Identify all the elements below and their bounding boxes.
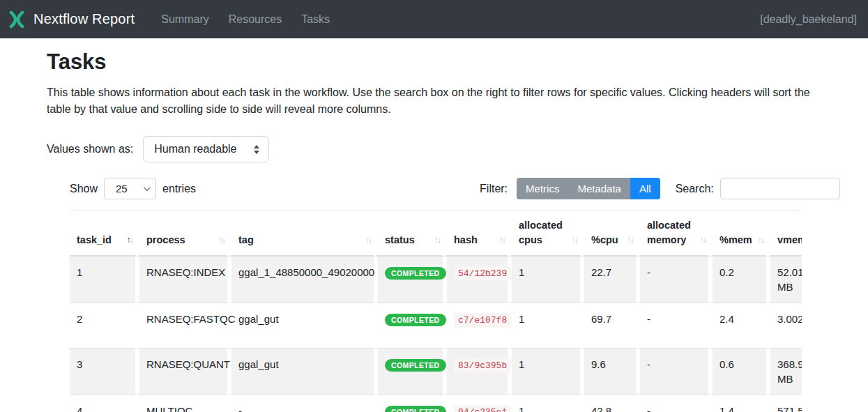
cell-allocated_memory: - [636, 349, 708, 395]
cell-value: RNASEQ:QUANT [146, 358, 230, 370]
cell-process: MULTIQC [135, 395, 227, 412]
chevron-down-icon [144, 184, 151, 191]
cell-task_id: 3 [70, 349, 135, 395]
nav-link-summary[interactable]: Summary [153, 8, 217, 31]
status-badge: COMPLETED [385, 359, 446, 372]
nav-link-tasks[interactable]: Tasks [293, 8, 338, 31]
cell-value: ggal_1_48850000_49020000 [238, 266, 374, 278]
values-shown-row: Values shown as: Human readable [47, 136, 821, 162]
cell-value: 1 [519, 405, 524, 412]
cell-value: 1 [519, 358, 524, 370]
values-shown-selected: Human readable [154, 143, 236, 155]
column-header-tag[interactable]: tag↑↓ [227, 211, 374, 257]
column-header-allocated_memory[interactable]: allocated memory↑↓ [636, 211, 708, 257]
main-content: Tasks This table shows information about… [0, 38, 868, 412]
column-header-pcpu[interactable]: %cpu↑↓ [580, 211, 636, 257]
table-row: 1RNASEQ:INDEXggal_1_48850000_49020000COM… [70, 257, 802, 303]
page-length-control: Show 25 entries [70, 178, 196, 199]
cell-hash: 83/9c395b [443, 349, 508, 395]
tasks-table-section: Show 25 entries Filter: Metrics Metadata… [47, 178, 821, 412]
cell-value: 1 [519, 266, 524, 278]
column-label: process [146, 234, 185, 245]
cell-task_id: 4 [70, 395, 135, 412]
cell-value: 2 [77, 313, 82, 325]
cell-allocated_cpus: 1 [508, 257, 580, 303]
sort-icon: ↑↓ [700, 233, 706, 247]
cell-pcpu: 22.7 [580, 257, 636, 303]
values-shown-label: Values shown as: [47, 143, 133, 155]
column-label: allocated memory [647, 220, 691, 245]
sort-icon: ↑↓ [365, 233, 372, 247]
column-label: vmem [777, 234, 802, 245]
cell-vmem: 368.95 MB [766, 349, 802, 395]
filter-button-metrics[interactable]: Metrics [517, 178, 568, 199]
hash-value: 83/9c395b [454, 358, 511, 373]
column-header-hash[interactable]: hash↑↓ [443, 211, 508, 257]
cell-vmem: 52.016 MB [766, 257, 802, 303]
cell-vmem: 571.58 MB [766, 395, 802, 412]
column-header-task_id[interactable]: task_id↑↓ [70, 211, 135, 257]
cell-value: 42.8 [591, 405, 611, 412]
hash-value: 94/c235e1 [454, 405, 511, 412]
column-label: %mem [719, 234, 752, 245]
cell-tag: ggal_gut [227, 303, 374, 349]
cell-value: 1 [77, 266, 82, 278]
cell-status: COMPLETED [374, 349, 443, 395]
cell-value: 9.6 [591, 358, 606, 370]
select-updown-icon [254, 145, 259, 154]
search-input[interactable] [720, 178, 840, 199]
column-header-allocated_cpus[interactable]: allocated cpus↑↓ [508, 211, 580, 257]
cell-value: - [647, 313, 650, 325]
brand-title: Nextflow Report [33, 11, 135, 27]
column-header-status[interactable]: status↑↓ [374, 211, 443, 257]
cell-value: 22.7 [591, 266, 611, 278]
filter-button-group: Metrics Metadata All [517, 178, 660, 199]
column-header-pmem[interactable]: %mem↑↓ [708, 211, 766, 257]
cell-hash: 94/c235e1 [443, 395, 508, 412]
sort-icon: ↑↓ [627, 233, 634, 247]
cell-pmem: 0.6 [708, 349, 766, 395]
page-length-select[interactable]: 25 [104, 178, 156, 199]
page-description: This table shows information about each … [47, 84, 815, 118]
page-title: Tasks [47, 49, 821, 75]
cell-value: RNASEQ:FASTQC [146, 313, 236, 325]
cell-value: ggal_gut [238, 313, 279, 325]
sort-icon: ↑↓ [499, 233, 505, 247]
cell-hash: 54/12b239 [443, 257, 508, 303]
cell-pcpu: 69.7 [580, 303, 636, 349]
cell-value: 571.58 MB [777, 405, 802, 412]
brand[interactable]: Nextflow Report [7, 10, 135, 29]
cell-allocated_cpus: 1 [508, 303, 580, 349]
search-label: Search: [676, 183, 714, 195]
column-label: %cpu [591, 234, 618, 245]
sort-icon: ↑↓ [434, 233, 441, 247]
column-header-process[interactable]: process↑↓ [135, 211, 227, 257]
status-badge: COMPLETED [385, 314, 446, 326]
cell-pmem: 1.4 [708, 395, 766, 412]
column-label: hash [454, 234, 478, 245]
filter-button-metadata[interactable]: Metadata [568, 178, 630, 199]
entries-label: entries [162, 183, 196, 195]
nav-link-resources[interactable]: Resources [220, 8, 290, 31]
cell-pcpu: 42.8 [580, 395, 636, 412]
hash-value: 54/12b239 [454, 266, 511, 281]
cell-value: MULTIQC [146, 405, 192, 412]
sort-icon: ↑↓ [572, 233, 578, 247]
tasks-table-container[interactable]: task_id↑↓process↑↓tag↑↓status↑↓hash↑↓all… [70, 211, 802, 412]
column-label: allocated cpus [519, 220, 563, 245]
cell-value: 69.7 [591, 313, 611, 325]
values-shown-select[interactable]: Human readable [143, 136, 269, 162]
cell-value: 0.2 [719, 266, 734, 278]
cell-allocated_memory: - [636, 303, 708, 349]
show-label: Show [70, 183, 98, 195]
column-label: task_id [77, 234, 112, 245]
filter-button-all[interactable]: All [630, 178, 660, 199]
table-header-row: task_id↑↓process↑↓tag↑↓status↑↓hash↑↓all… [70, 211, 802, 257]
cell-value: RNASEQ:INDEX [146, 266, 225, 278]
column-header-vmem[interactable]: vmem↑↓ [766, 211, 802, 257]
cell-vmem: 3.002 GB [766, 303, 802, 349]
cell-pmem: 0.2 [708, 257, 766, 303]
cell-value: 2.4 [719, 313, 734, 325]
sort-icon: ↑↓ [219, 233, 225, 247]
cell-task_id: 1 [70, 257, 135, 303]
